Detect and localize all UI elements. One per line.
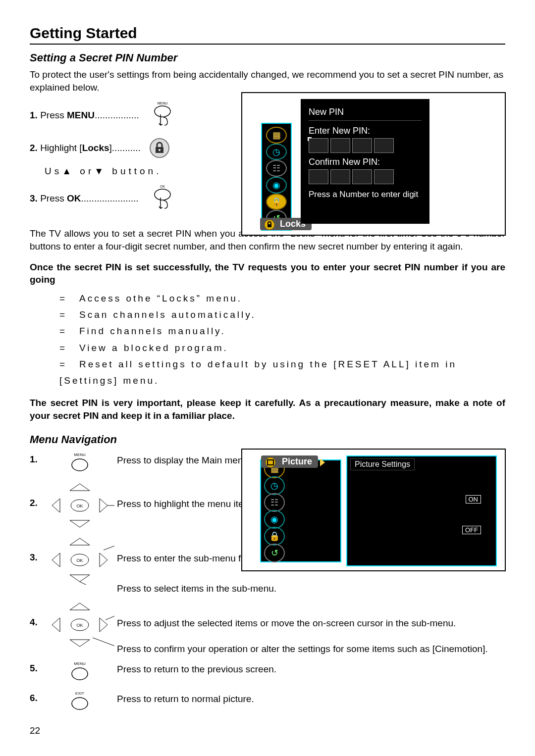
tv2-icon-lock: 🔒 xyxy=(264,527,285,546)
panel-prompt: Press a Number to enter digit xyxy=(309,189,422,200)
svg-text:MENU: MENU xyxy=(158,101,168,105)
tv-screenshot-picture: ▦ ◷ ☷ ◉ 🔒 ↺ Picture Picture Settings ON … xyxy=(241,449,506,571)
step-1-text-a: Press xyxy=(40,110,67,120)
right-triangle-icon xyxy=(320,458,325,466)
nav-row-6: 6. EXIT Press to return to normal pictur… xyxy=(30,690,505,714)
off-badge: OFF xyxy=(462,526,481,534)
sidebar-icon-1: ▦ xyxy=(266,127,287,144)
tv2-icon-6: ↺ xyxy=(264,544,285,562)
tv2-sidebar: ▦ ◷ ☷ ◉ 🔒 ↺ xyxy=(260,459,341,562)
bullet-list: =Access othe “Locks” menu. =Scan channel… xyxy=(59,290,505,389)
bullet-4: =View a blocked program. xyxy=(59,340,505,356)
step-2-text-a: Highlight [ xyxy=(40,143,82,153)
page-number: 22 xyxy=(30,725,40,736)
svg-line-21 xyxy=(93,638,114,650)
section-heading-nav: Menu Navigation xyxy=(30,433,505,446)
dpad-adjust-icon: OK xyxy=(45,600,114,650)
tv2-icon-2: ◷ xyxy=(264,476,285,495)
exit-icon: EXIT xyxy=(67,690,92,714)
intro-paragraph: To protect the user's settings from bein… xyxy=(30,68,505,94)
dpad-enter-icon: OK xyxy=(45,535,114,585)
bullet-3: =Find channels manually. xyxy=(59,323,505,339)
bullet-1: =Access othe “Locks” menu. xyxy=(59,290,505,306)
tv2-icon-4: ◉ xyxy=(264,510,285,529)
svg-text:MENU: MENU xyxy=(74,661,86,666)
on-badge: ON xyxy=(466,495,482,504)
svg-text:EXIT: EXIT xyxy=(75,691,84,696)
step-1-text-b: MENU xyxy=(67,110,95,120)
svg-point-25 xyxy=(72,698,88,709)
menu-return-icon: MENU xyxy=(67,660,92,685)
step-3-num: 3. xyxy=(30,193,38,203)
nav-row-4b: Press to confirm your operation or alter… xyxy=(117,643,505,655)
enter-pin-label: Enter New PIN: xyxy=(309,126,422,136)
sidebar-icon-4: ◉ xyxy=(266,177,287,194)
sidebar-icon-3: ☷ xyxy=(266,160,287,177)
svg-line-20 xyxy=(106,612,114,620)
tv2-panel-title: Picture Settings xyxy=(350,458,415,470)
panel-title: New PIN xyxy=(309,107,422,121)
sidebar-icon-lock: 🔒 xyxy=(266,194,287,210)
down-triangle-icon: ▼ xyxy=(94,166,107,176)
svg-text:OK: OK xyxy=(76,558,83,563)
up-triangle-icon: ▲ xyxy=(62,166,74,176)
svg-point-23 xyxy=(72,668,88,680)
section-heading-pin: Setting a Secret PIN Number xyxy=(30,51,505,64)
step-3-text-c: ...................... xyxy=(81,193,139,203)
nav-row-3b: Press to select items in the sub-menu. xyxy=(117,582,505,595)
step-2-text-c: ]........... xyxy=(109,143,141,153)
svg-text:MENU: MENU xyxy=(74,453,86,457)
step-1-text-c: ................. xyxy=(95,110,139,120)
svg-line-17 xyxy=(80,582,105,585)
tv-screenshot-locks: ▦ ◷ ☷ ◉ 🔒 ↺ Locks New PIN Enter New PIN:… xyxy=(241,92,506,236)
nav-row-4a: Press to adjust the selected items or mo… xyxy=(117,617,505,630)
lead-bold: Once the secret PIN is set successfully,… xyxy=(30,261,505,286)
tv2-panel: Picture Settings ON OFF xyxy=(346,455,497,566)
svg-point-4 xyxy=(159,149,160,151)
lock-icon xyxy=(149,137,170,159)
enter-pin-cells xyxy=(309,138,422,153)
confirm-pin-label: Confirm New PIN: xyxy=(309,157,422,167)
title-rule xyxy=(30,44,505,45)
ok-button-icon: OK xyxy=(149,184,176,213)
nav-row-4: 4. OK Press to adjust the selected items… xyxy=(30,600,505,655)
menu-small-icon: MENU xyxy=(67,451,92,476)
svg-line-16 xyxy=(104,544,114,550)
page-title: Getting Started xyxy=(30,25,505,42)
step-2-num: 2. xyxy=(30,143,38,153)
svg-text:OK: OK xyxy=(76,504,83,508)
bullet-5: =Reset all settings to default by using … xyxy=(59,356,505,389)
nav-row-5: 5. MENU Press to return to the previous … xyxy=(30,660,505,685)
svg-text:OK: OK xyxy=(76,623,83,628)
warn-bold: The secret PIN is very important, please… xyxy=(30,397,505,422)
tv2-icon-3: ☷ xyxy=(264,493,285,512)
step-3-text-b: OK xyxy=(67,193,81,203)
tv2-selected-label: Picture xyxy=(261,455,318,468)
step-1-num: 1. xyxy=(30,110,38,120)
tv1-sidebar: ▦ ◷ ☷ ◉ 🔒 ↺ Locks xyxy=(261,123,292,231)
menu-button-icon: MENU xyxy=(149,101,176,130)
step-3-text-a: Press xyxy=(40,193,67,203)
sidebar-icon-2: ◷ xyxy=(266,144,287,160)
svg-text:OK: OK xyxy=(160,185,165,188)
bullet-2: =Scan channels automatically. xyxy=(59,306,505,323)
svg-rect-8 xyxy=(268,224,271,227)
svg-point-1 xyxy=(155,106,170,117)
step-2-text-b: Locks xyxy=(82,143,109,153)
confirm-pin-cells xyxy=(309,169,422,184)
tv1-panel: New PIN Enter New PIN: Confirm New PIN: … xyxy=(301,99,429,224)
svg-point-6 xyxy=(155,189,170,200)
dpad-icon: OK xyxy=(45,481,114,530)
svg-point-10 xyxy=(72,459,88,471)
